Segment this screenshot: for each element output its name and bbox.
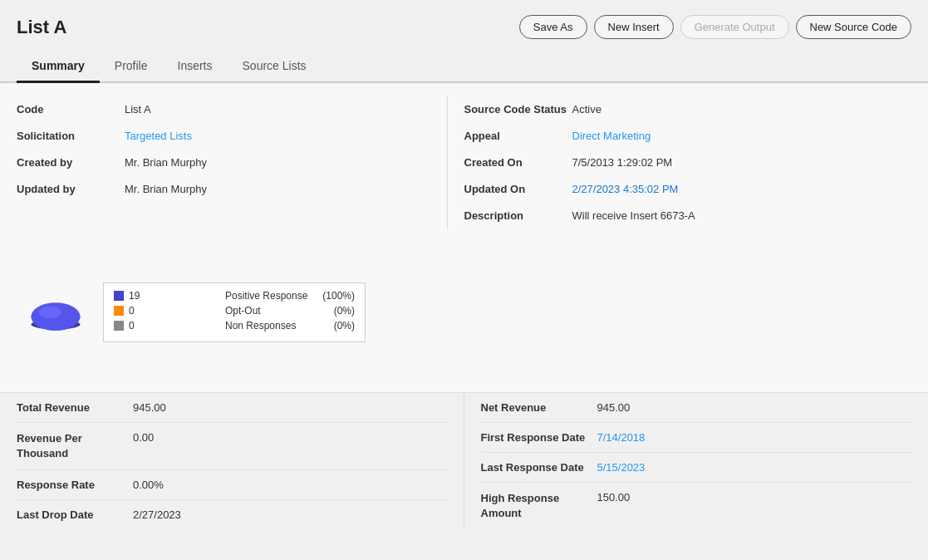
legend-optout-count: 0 — [129, 305, 220, 317]
legend-positive: 19 Positive Response (100%) — [114, 290, 355, 302]
updated-on-row: Updated On 2/27/2023 4:35:02 PM — [464, 176, 912, 203]
info-col-left: Code List A Solicitation Targeted Lists … — [17, 96, 448, 229]
legend-positive-count: 19 — [129, 290, 220, 302]
response-rate-row: Response Rate 0.00% — [17, 470, 447, 500]
appeal-value[interactable]: Direct Marketing — [572, 130, 912, 142]
updated-by-row: Updated by Mr. Brian Murphy — [17, 176, 430, 203]
first-response-date-row: First Response Date 7/14/2018 — [481, 423, 912, 453]
chart-section: 19 Positive Response (100%) 0 Opt-Out (0… — [0, 229, 928, 392]
first-response-date-label: First Response Date — [481, 431, 597, 444]
source-code-status-row: Source Code Status Active — [464, 96, 912, 123]
solicitation-row: Solicitation Targeted Lists — [17, 123, 430, 150]
appeal-row: Appeal Direct Marketing — [464, 123, 912, 150]
revenue-per-thousand-value: 0.00 — [133, 431, 447, 444]
chart-container: 19 Positive Response (100%) 0 Opt-Out (0… — [17, 238, 366, 379]
solicitation-value[interactable]: Targeted Lists — [125, 130, 430, 142]
high-response-amount-value: 150.00 — [597, 491, 912, 504]
legend-optout: 0 Opt-Out (0%) — [114, 305, 355, 317]
tab-source-lists[interactable]: Source Lists — [228, 51, 322, 83]
net-revenue-row: Net Revenue 945.00 — [481, 393, 912, 423]
created-on-label: Created On — [464, 156, 572, 169]
description-label: Description — [464, 209, 572, 222]
last-drop-date-row: Last Drop Date 2/27/2023 — [17, 500, 447, 529]
total-revenue-value: 945.00 — [133, 401, 447, 414]
tab-summary[interactable]: Summary — [17, 51, 100, 83]
legend-positive-pct: (100%) — [322, 290, 355, 302]
response-rate-value: 0.00% — [133, 479, 447, 491]
created-by-row: Created by Mr. Brian Murphy — [17, 150, 430, 176]
generate-output-button: Generate Output — [680, 15, 789, 39]
net-revenue-value: 945.00 — [597, 401, 912, 414]
total-revenue-label: Total Revenue — [17, 401, 133, 414]
legend-optout-pct: (0%) — [322, 305, 355, 317]
response-rate-label: Response Rate — [17, 479, 133, 491]
tab-inserts[interactable]: Inserts — [163, 51, 228, 83]
legend-nonresponse: 0 Non Responses (0%) — [114, 320, 355, 332]
revenue-per-thousand-label: Revenue PerThousand — [17, 431, 133, 461]
toolbar-buttons: Save As New Insert Generate Output New S… — [519, 15, 911, 39]
description-row: Description Will receive Insert 6673-A — [464, 203, 912, 229]
content-area: Code List A Solicitation Targeted Lists … — [0, 83, 928, 529]
legend-nonresponse-count: 0 — [129, 320, 220, 332]
revenue-per-thousand-row: Revenue PerThousand 0.00 — [17, 423, 447, 470]
net-revenue-label: Net Revenue — [481, 401, 597, 414]
high-response-amount-label: High ResponseAmount — [481, 491, 597, 521]
created-on-row: Created On 7/5/2013 1:29:02 PM — [464, 150, 912, 176]
info-section: Code List A Solicitation Targeted Lists … — [0, 83, 928, 229]
legend-optout-label: Opt-Out — [225, 305, 317, 317]
created-by-label: Created by — [17, 156, 125, 169]
stat-col-right: Net Revenue 945.00 First Response Date 7… — [464, 393, 912, 529]
last-response-date-value[interactable]: 5/15/2023 — [597, 461, 912, 474]
bottom-stats: Total Revenue 945.00 Revenue PerThousand… — [0, 392, 928, 529]
info-col-right: Source Code Status Active Appeal Direct … — [464, 96, 912, 229]
tab-profile[interactable]: Profile — [100, 51, 163, 83]
code-row: Code List A — [17, 96, 430, 123]
stat-col-left: Total Revenue 945.00 Revenue PerThousand… — [17, 393, 464, 529]
legend-positive-color — [114, 291, 124, 301]
code-value: List A — [125, 103, 430, 115]
total-revenue-row: Total Revenue 945.00 — [17, 393, 447, 423]
pie-chart — [25, 242, 86, 375]
last-response-date-row: Last Response Date 5/15/2023 — [481, 453, 912, 483]
legend-optout-color — [114, 306, 124, 316]
legend-nonresponse-pct: (0%) — [322, 320, 355, 332]
last-drop-date-label: Last Drop Date — [17, 508, 133, 521]
updated-by-label: Updated by — [17, 183, 125, 195]
code-label: Code — [17, 103, 125, 115]
source-code-status-label: Source Code Status — [464, 103, 572, 115]
description-value: Will receive Insert 6673-A — [572, 209, 912, 222]
updated-on-value: 2/27/2023 4:35:02 PM — [572, 183, 912, 195]
created-on-value: 7/5/2013 1:29:02 PM — [572, 156, 912, 169]
updated-by-value: Mr. Brian Murphy — [125, 183, 430, 195]
first-response-date-value[interactable]: 7/14/2018 — [597, 431, 912, 444]
new-source-code-button[interactable]: New Source Code — [796, 15, 912, 39]
save-as-button[interactable]: Save As — [519, 15, 587, 39]
solicitation-label: Solicitation — [17, 130, 125, 142]
legend-positive-label: Positive Response — [225, 290, 317, 302]
chart-legend: 19 Positive Response (100%) 0 Opt-Out (0… — [103, 282, 366, 342]
last-response-date-label: Last Response Date — [481, 461, 597, 474]
legend-nonresponse-color — [114, 321, 124, 331]
page-title: List A — [17, 17, 66, 38]
source-code-status-value: Active — [572, 103, 912, 115]
new-insert-button[interactable]: New Insert — [594, 15, 674, 39]
header-area: List A Save As New Insert Generate Outpu… — [0, 0, 928, 47]
high-response-amount-row: High ResponseAmount 150.00 — [481, 483, 912, 529]
tabs-bar: Summary Profile Inserts Source Lists — [0, 51, 928, 83]
updated-on-label: Updated On — [464, 183, 572, 195]
appeal-label: Appeal — [464, 130, 572, 142]
legend-nonresponse-label: Non Responses — [225, 320, 317, 332]
svg-point-2 — [39, 307, 61, 319]
created-by-value: Mr. Brian Murphy — [125, 156, 430, 169]
last-drop-date-value: 2/27/2023 — [133, 508, 447, 521]
